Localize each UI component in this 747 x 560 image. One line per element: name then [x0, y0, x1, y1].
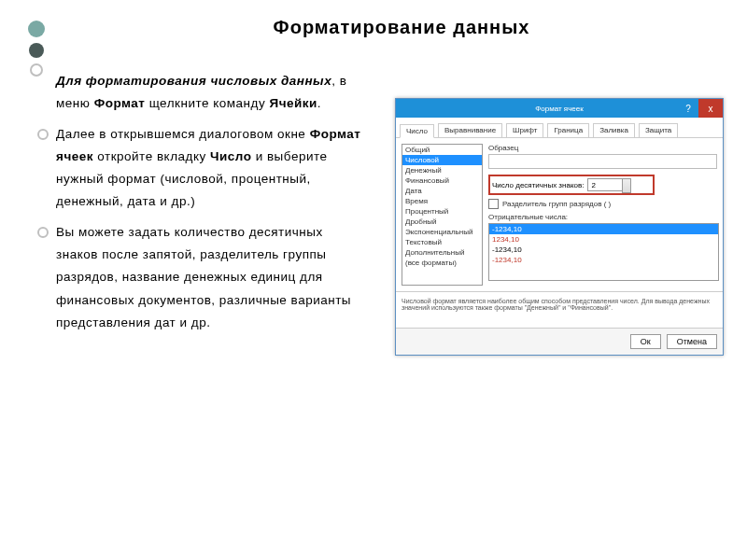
- sample-label: Образец: [488, 144, 717, 152]
- decimal-spinner[interactable]: 2: [587, 178, 623, 191]
- list-item[interactable]: Дробный: [402, 217, 482, 227]
- sample-box: [488, 154, 717, 169]
- list-item[interactable]: Дата: [402, 186, 482, 196]
- dot-2: [29, 43, 44, 58]
- tab-alignment[interactable]: Выравнивание: [438, 123, 502, 137]
- dialog-title: Формат ячеек: [535, 105, 584, 113]
- cancel-button[interactable]: Отмена: [667, 334, 717, 349]
- list-item[interactable]: Текстовый: [402, 237, 482, 247]
- format-list[interactable]: Общий Числовой Денежный Финансовый Дата …: [402, 144, 483, 286]
- help-button[interactable]: ?: [680, 99, 697, 118]
- format-cells-dialog: Формат ячеек ? x Число Выравнивание Шриф…: [395, 98, 724, 356]
- text: щелкните команду: [145, 96, 269, 110]
- dialog-titlebar: Формат ячеек ? x: [396, 99, 723, 118]
- dialog-footer: Ок Отмена: [396, 328, 723, 355]
- bullet-3: Вы можете задать количество десятичных з…: [56, 221, 364, 334]
- tab-number[interactable]: Число: [400, 124, 434, 138]
- list-item[interactable]: Время: [402, 196, 482, 206]
- dialog-description: Числовой формат является наиболее общим …: [396, 292, 723, 328]
- list-item[interactable]: 1234,10: [489, 234, 718, 245]
- group-separator-row[interactable]: Разделитель групп разрядов ( ): [488, 199, 717, 209]
- tab-protection[interactable]: Защита: [639, 123, 678, 137]
- slide-accent-dots: [28, 21, 45, 82]
- dialog-tabs: Число Выравнивание Шрифт Граница Заливка…: [396, 118, 723, 138]
- ok-button[interactable]: Ок: [630, 334, 661, 349]
- checkbox-icon[interactable]: [488, 199, 499, 209]
- negative-numbers-list[interactable]: -1234,10 1234,10 -1234,10 -1234,10: [488, 223, 719, 281]
- group-sep-label: Разделитель групп разрядов ( ): [502, 200, 611, 208]
- list-item[interactable]: Числовой: [402, 155, 482, 165]
- dot-3: [30, 63, 43, 77]
- body-text: Для форматирования числовых данных, в ме…: [56, 70, 364, 342]
- slide-title: Форматирование данных: [112, 17, 691, 38]
- bullet-2: Далее в открывшемся диалоговом окне Форм…: [56, 123, 364, 214]
- list-item[interactable]: -1234,10: [489, 224, 718, 234]
- list-item[interactable]: (все форматы): [402, 258, 482, 268]
- text: Далее в открывшемся диалоговом окне: [56, 127, 310, 141]
- close-button[interactable]: x: [698, 99, 723, 118]
- decimal-places-row: Число десятичных знаков: 2: [488, 175, 655, 195]
- bullet-1: Для форматирования числовых данных, в ме…: [56, 70, 364, 116]
- text: .: [317, 96, 321, 110]
- list-item[interactable]: Дополнительный: [402, 247, 482, 258]
- list-item[interactable]: Экспоненциальный: [402, 227, 482, 237]
- decimal-label: Число десятичных знаков:: [492, 181, 584, 189]
- text: Для форматирования числовых данных: [56, 74, 331, 88]
- tab-font[interactable]: Шрифт: [506, 123, 543, 137]
- list-item[interactable]: -1234,10: [489, 245, 718, 255]
- list-item[interactable]: Денежный: [402, 165, 482, 175]
- list-item[interactable]: Финансовый: [402, 175, 482, 186]
- dot-1: [28, 21, 45, 37]
- text: Формат: [94, 96, 146, 110]
- text: Число: [210, 149, 251, 163]
- tab-fill[interactable]: Заливка: [593, 123, 635, 137]
- tab-border[interactable]: Граница: [547, 123, 589, 137]
- list-item[interactable]: -1234,10: [489, 255, 718, 265]
- text: откройте вкладку: [93, 149, 210, 163]
- neg-label: Отрицательные числа:: [488, 213, 717, 221]
- list-item[interactable]: Общий: [402, 145, 482, 155]
- text: Ячейки: [269, 96, 317, 110]
- list-item[interactable]: Процентный: [402, 206, 482, 217]
